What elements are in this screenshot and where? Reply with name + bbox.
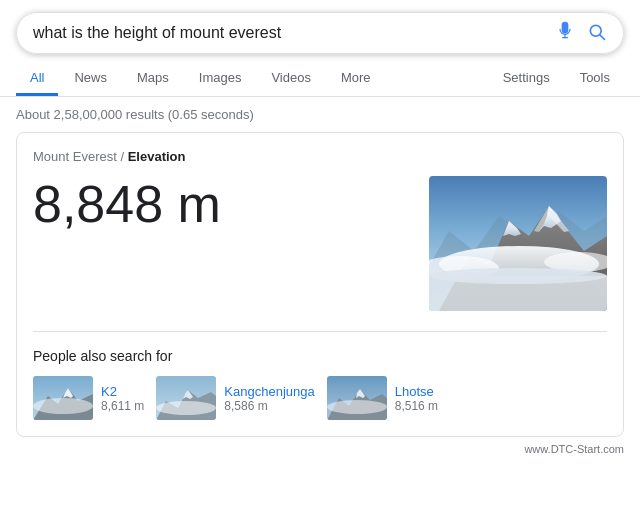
kangchenjunga-thumbnail (156, 376, 216, 420)
people-also-search: People also search for (33, 331, 607, 420)
tab-videos[interactable]: Videos (257, 62, 325, 96)
elevation-content: 8,848 m (33, 176, 607, 311)
results-count: About 2,58,00,000 results (0.65 seconds) (0, 97, 640, 132)
elevation-value: 8,848 m (33, 176, 413, 233)
search-icons (555, 21, 607, 45)
result-card: Mount Everest / Elevation 8,848 m (16, 132, 624, 437)
tab-tools[interactable]: Tools (566, 62, 624, 96)
kangchenjunga-info: Kangchenjunga 8,586 m (224, 384, 314, 413)
kangchenjunga-name: Kangchenjunga (224, 384, 314, 399)
people-search-title: People also search for (33, 348, 607, 364)
k2-elevation: 8,611 m (101, 399, 144, 413)
related-item-kangchenjunga[interactable]: Kangchenjunga 8,586 m (156, 376, 314, 420)
svg-point-23 (156, 401, 216, 415)
mountain-image (429, 176, 607, 311)
search-items: K2 8,611 m (33, 376, 607, 420)
k2-thumbnail (33, 376, 93, 420)
search-bar (16, 12, 624, 54)
watermark: www.DTC-Start.com (0, 437, 640, 459)
microphone-icon[interactable] (555, 21, 575, 45)
tab-more[interactable]: More (327, 62, 385, 96)
search-button[interactable] (587, 22, 607, 45)
tab-images[interactable]: Images (185, 62, 256, 96)
nav-left: All News Maps Images Videos More (16, 62, 489, 96)
svg-point-15 (429, 268, 607, 284)
search-header (0, 0, 640, 54)
k2-info: K2 8,611 m (101, 384, 144, 413)
elevation-left: 8,848 m (33, 176, 413, 241)
tab-news[interactable]: News (60, 62, 121, 96)
breadcrumb: Mount Everest / Elevation (33, 149, 607, 164)
lhotse-thumbnail (327, 376, 387, 420)
tab-maps[interactable]: Maps (123, 62, 183, 96)
breadcrumb-bold: Elevation (128, 149, 186, 164)
svg-line-3 (600, 34, 605, 39)
lhotse-info: Lhotse 8,516 m (395, 384, 438, 413)
related-item-lhotse[interactable]: Lhotse 8,516 m (327, 376, 438, 420)
tab-all[interactable]: All (16, 62, 58, 96)
k2-name: K2 (101, 384, 144, 399)
svg-point-19 (33, 398, 93, 414)
svg-point-27 (327, 400, 387, 414)
nav-tabs: All News Maps Images Videos More Setting… (0, 54, 640, 97)
lhotse-elevation: 8,516 m (395, 399, 438, 413)
nav-right: Settings Tools (489, 62, 624, 96)
breadcrumb-prefix: Mount Everest / (33, 149, 128, 164)
kangchenjunga-elevation: 8,586 m (224, 399, 314, 413)
lhotse-name: Lhotse (395, 384, 438, 399)
tab-settings[interactable]: Settings (489, 62, 564, 96)
search-input[interactable] (33, 24, 555, 42)
related-item-k2[interactable]: K2 8,611 m (33, 376, 144, 420)
